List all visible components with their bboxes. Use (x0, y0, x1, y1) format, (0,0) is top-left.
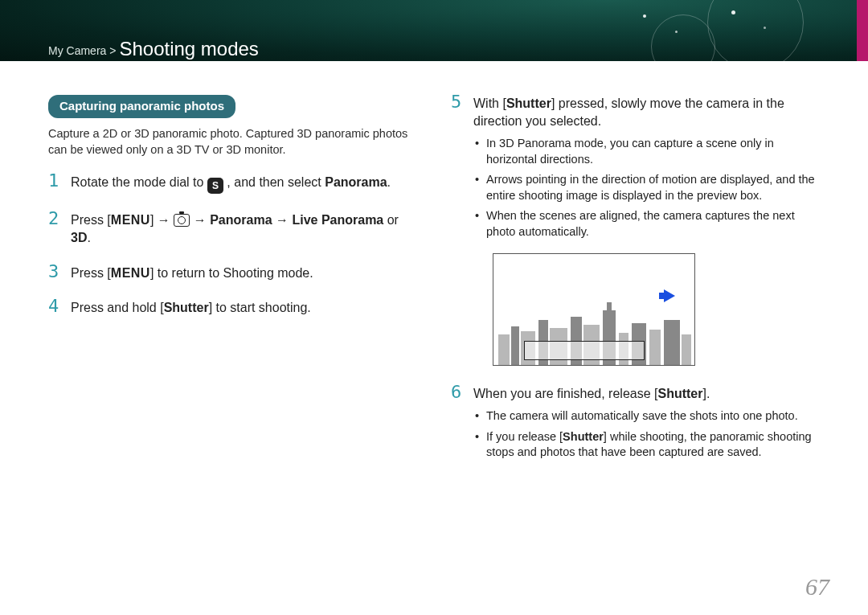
shutter-label: Shutter (506, 96, 551, 110)
mode-dial-s-icon: S (207, 178, 223, 194)
step-number: 5 (451, 93, 461, 111)
breadcrumb: My Camera > (48, 44, 116, 57)
note-item: The camera will automatically save the s… (473, 408, 825, 424)
step-3: 3 Press [MENU] to return to Shooting mod… (48, 264, 422, 282)
step-4: 4 Press and hold [Shutter] to start shoo… (48, 299, 422, 317)
step-text: With [ (473, 96, 506, 110)
step-text: Press and hold [ (71, 301, 164, 314)
section-intro: Capture a 2D or 3D panoramic photo. Capt… (48, 126, 422, 158)
menu-button-label: MENU (111, 213, 150, 227)
shutter-label: Shutter (657, 387, 702, 400)
content-area: Capturing panoramic photos Capture a 2D … (0, 61, 868, 478)
step-5-notes: In 3D Panorama mode, you can capture a s… (473, 136, 825, 240)
step-text: When you are finished, release [ (473, 387, 657, 400)
page-number: 67 (805, 573, 829, 601)
preview-box (524, 341, 645, 360)
note-item: When the scenes are aligned, the camera … (473, 208, 825, 240)
panorama-illustration (493, 253, 695, 366)
three-d-label: 3D (71, 231, 87, 244)
step-number: 2 (48, 210, 59, 228)
note-item: Arrows pointing in the direction of moti… (473, 172, 825, 203)
left-column: Capturing panoramic photos Capture a 2D … (48, 95, 422, 478)
step-number: 1 (48, 172, 59, 190)
shutter-label: Shutter (563, 430, 604, 443)
header-decoration (611, 6, 820, 55)
camera-icon (174, 214, 190, 227)
page-header: My Camera > Shooting modes (0, 0, 868, 61)
live-panorama-label: Live Panorama (292, 213, 383, 227)
note-item: In 3D Panorama mode, you can capture a s… (473, 136, 825, 167)
right-column: 5 With [Shutter] pressed, slowly move th… (451, 95, 825, 478)
direction-arrow-icon (664, 289, 675, 302)
menu-button-label: MENU (111, 266, 150, 280)
step-number: 3 (48, 263, 59, 281)
section-heading-pill: Capturing panoramic photos (48, 95, 235, 118)
step-1: 1 Rotate the mode dial to S , and then s… (48, 174, 422, 194)
steps-list-right: 5 With [Shutter] pressed, slowly move th… (451, 95, 825, 461)
step-2: 2 Press [MENU] → → Panorama → Live Panor… (48, 211, 422, 246)
step-text: Press [ (71, 266, 111, 280)
note-item: If you release [Shutter] while shooting,… (473, 429, 825, 461)
page-title: Shooting modes (119, 38, 258, 60)
panorama-label: Panorama (325, 175, 387, 189)
step-text: , and then select (227, 175, 325, 189)
step-text: Press [ (71, 213, 111, 227)
step-6: 6 When you are finished, release [Shutte… (451, 385, 825, 461)
step-5: 5 With [Shutter] pressed, slowly move th… (451, 95, 825, 366)
step-6-notes: The camera will automatically save the s… (473, 408, 825, 461)
panorama-label: Panorama (210, 213, 272, 227)
steps-list-left: 1 Rotate the mode dial to S , and then s… (48, 174, 422, 316)
step-text: Rotate the mode dial to (71, 175, 207, 189)
step-number: 6 (451, 383, 461, 401)
shutter-label: Shutter (164, 301, 209, 314)
step-number: 4 (48, 297, 59, 315)
